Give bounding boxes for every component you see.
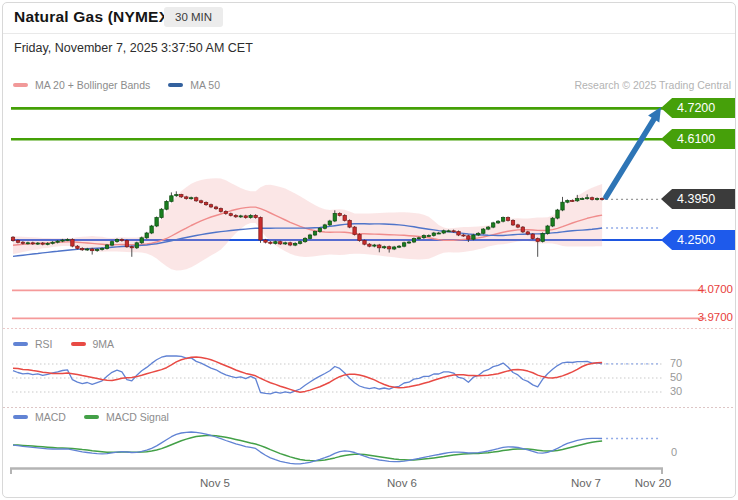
support-price-label-1: 4.0700 [698, 283, 733, 295]
rsi-tick-30: 30 [670, 385, 682, 397]
rsi-ma-legend-swatch [71, 342, 86, 346]
macd-legend-swatch [13, 415, 28, 419]
rsi-tick-70: 70 [670, 357, 682, 369]
research-credit: Research © 2025 Trading Central [574, 79, 731, 91]
macd-legend: MACD MACD Signal [13, 411, 169, 423]
chart-datetime: Friday, November 7, 2025 3:37:50 AM CET [14, 41, 253, 55]
rsi-ma-legend-label: 9MA [93, 338, 115, 350]
ma50-legend-label: MA 50 [190, 79, 220, 91]
ma20-bollinger-legend-label: MA 20 + Bollinger Bands [35, 79, 150, 91]
rsi-legend-label: RSI [35, 338, 53, 350]
page-title: Natural Gas (NYMEX) [14, 8, 175, 26]
resistance-price-tag-2: 4.6100 [661, 129, 735, 149]
rsi-legend: RSI 9MA [13, 338, 114, 350]
x-axis-label-nov7: Nov 7 [571, 477, 601, 489]
rsi-tick-50: 50 [670, 371, 682, 383]
ma20-bollinger-legend-swatch [13, 83, 28, 87]
macd-zero-tick: 0 [671, 446, 677, 458]
timeframe-badge: 30 MIN [164, 7, 223, 27]
macd-legend-label: MACD [35, 411, 66, 423]
main-legend: MA 20 + Bollinger Bands MA 50 [13, 79, 220, 91]
x-axis-label-nov6: Nov 6 [387, 477, 417, 489]
support-price-label-2: 3.9700 [698, 311, 733, 323]
last-price-tag: 4.3950 [661, 189, 735, 209]
rsi-legend-swatch [13, 342, 28, 346]
x-axis-label-nov5: Nov 5 [200, 477, 230, 489]
header-divider [3, 33, 735, 34]
resistance-price-tag-1: 4.7200 [661, 98, 735, 118]
ma50-legend-swatch [168, 83, 183, 87]
macd-signal-legend-label: MACD Signal [106, 411, 169, 423]
macd-signal-legend-swatch [84, 415, 99, 419]
pivot-support-price-tag: 4.2500 [661, 230, 735, 250]
x-axis-label-nov20: Nov 20 [635, 477, 671, 489]
price-chart-canvas [0, 0, 738, 500]
